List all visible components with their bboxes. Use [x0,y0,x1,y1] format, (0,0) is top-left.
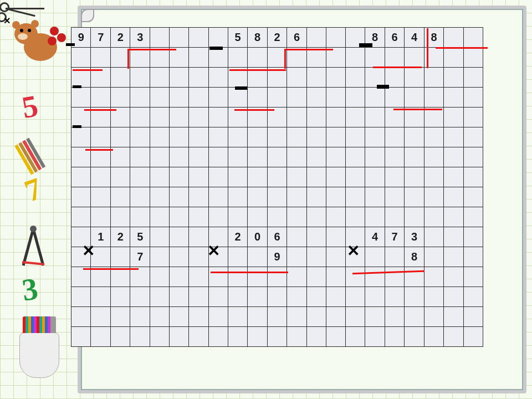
div1-minus-3 [73,125,81,128]
cell-div1-d1: 7 [91,28,110,48]
div2-line-b [234,109,274,111]
cell-div2-d1: 8 [248,28,267,48]
div1-minus-2 [73,85,81,88]
div1-minus-1 [66,43,75,46]
div3-quotient-vert [427,28,428,68]
cell-div1-d3: 3 [130,28,150,48]
mul1-line [83,268,139,270]
cell-mul1-b: 7 [130,247,150,267]
div1-line-c [85,149,113,151]
cell-mul3-a0: 4 [365,227,385,247]
div2-quotient-vert [284,49,286,69]
cell-mul2-a0: 2 [228,227,247,247]
cell-div2-d3: 6 [287,28,306,48]
div3-minus-1 [359,43,372,47]
div2-minus-1 [209,47,223,50]
cell-mul3-a2: 3 [405,227,424,247]
compass-icon [17,224,50,269]
digit-3-icon: 3 [20,270,40,308]
div3-line-a [373,66,422,68]
div1-quotient-line [127,49,176,50]
mul2-line [211,272,288,273]
digit-5-icon: 5 [19,88,41,125]
pencil-cup-icon [19,332,59,378]
pencils-icon [14,124,69,175]
div2-quotient-line [284,49,333,50]
div3-minus-2 [377,85,389,89]
div1-line-a [73,69,103,71]
div3-quotient-line [436,47,488,49]
cell-div3-d1: 6 [385,28,404,48]
div1-line-b [84,109,116,111]
cell-div2-d2: 2 [267,28,287,48]
div3-line-b [393,109,442,110]
div2-line-a [229,69,286,71]
div2-minus-2 [235,86,247,90]
cell-mul1-a1: 2 [110,227,130,247]
scissor-decoration: ✕ [0,0,48,11]
digit-7-icon: 7 [20,170,47,209]
cell-div3-d2: 4 [405,28,424,48]
mul1-times-icon: ✕ [82,242,95,260]
cell-mul2-a2: 6 [267,227,287,247]
cell-mul2-a1: 0 [248,227,267,247]
cell-div1-d2: 2 [110,28,130,48]
mul2-times-icon: ✕ [207,242,220,260]
cell-mul2-b: 9 [267,247,287,267]
cell-mul3-b: 8 [405,247,424,267]
mul3-times-icon: ✕ [347,242,360,260]
cell-div2-d0: 5 [228,28,247,48]
math-grid: 9 7 2 3 5 8 2 6 8 6 4 8 1 2 5 2 0 6 4 7 … [71,27,483,347]
cell-mul3-a1: 7 [385,227,404,247]
cell-mul1-a2: 5 [130,227,150,247]
div1-quotient-vert [127,49,129,69]
bear-icon [16,22,65,66]
sidebar-decorations: 5 7 3 [0,0,78,399]
svg-point-0 [30,226,37,232]
